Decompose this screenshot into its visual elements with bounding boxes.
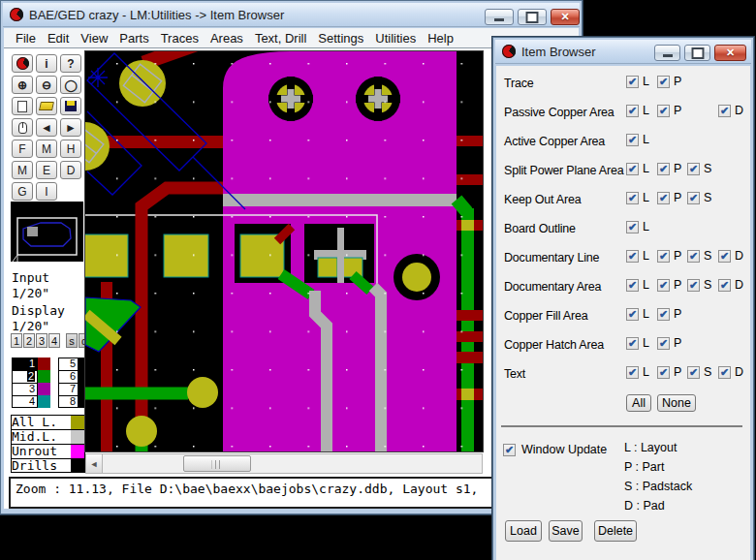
maximize-button[interactable]: [518, 9, 547, 25]
palette-entry-6[interactable]: 6: [58, 370, 87, 383]
checkbox-copper-hatch-area-l[interactable]: ✔: [626, 337, 639, 350]
scale-button-1[interactable]: 1: [11, 333, 22, 348]
checkbox-text-p[interactable]: ✔: [657, 366, 670, 379]
menu-item-view[interactable]: View: [76, 30, 112, 47]
palette-entry-2[interactable]: 2: [12, 370, 50, 383]
palette-entry-3[interactable]: 3: [12, 383, 50, 395]
minimize-button[interactable]: [485, 9, 514, 25]
scale-button-s[interactable]: s: [66, 333, 78, 348]
horizontal-scrollbar[interactable]: ◄: [85, 453, 483, 474]
checkbox-letter: L: [643, 365, 649, 379]
tool-bae-logo-button[interactable]: [12, 54, 33, 73]
menu-item-utilities[interactable]: Utilities: [370, 30, 421, 47]
menu-item-settings[interactable]: Settings: [313, 30, 368, 47]
tool-info-button[interactable]: i: [36, 54, 57, 73]
menu-item-file[interactable]: File: [11, 30, 41, 47]
delete-button[interactable]: Delete: [594, 520, 637, 542]
checkbox-active-copper-area-l[interactable]: ✔: [626, 134, 639, 146]
checkbox-documentary-area-d[interactable]: ✔: [718, 279, 731, 292]
tool-letter-h-button[interactable]: H: [60, 140, 81, 158]
checkbox-passive-copper-area-d[interactable]: ✔: [718, 105, 731, 117]
tool-help-button[interactable]: ?: [60, 54, 81, 73]
dialog-close-button[interactable]: [714, 45, 746, 61]
tool-next-button[interactable]: ►: [60, 118, 81, 137]
checkbox-documentary-line-d[interactable]: ✔: [718, 250, 731, 263]
checkbox-documentary-area-p[interactable]: ✔: [657, 279, 670, 292]
layer-row-all-l[interactable]: All L.: [11, 415, 85, 429]
layer-row-unrout[interactable]: Unrout: [11, 444, 85, 458]
scroll-left-arrow-icon[interactable]: ◄: [86, 454, 103, 473]
tool-file-open-button[interactable]: [36, 97, 57, 115]
palette-number: 2: [12, 370, 38, 383]
tool-zoom-out-button[interactable]: ⊖: [36, 76, 57, 94]
tool-mouse-button[interactable]: [12, 118, 33, 137]
checkbox-board-outline-l[interactable]: ✔: [626, 221, 639, 233]
checkbox-documentary-line-s[interactable]: ✔: [687, 250, 700, 263]
palette-entry-1[interactable]: 1: [12, 358, 50, 370]
item-label: Split Power Plane Area: [504, 164, 623, 177]
checkbox-passive-copper-area-p[interactable]: ✔: [657, 105, 670, 117]
scale-button-2[interactable]: 2: [23, 333, 35, 348]
menu-item-edit[interactable]: Edit: [43, 30, 74, 47]
checkbox-documentary-area-s[interactable]: ✔: [687, 279, 700, 292]
scale-button-3[interactable]: 3: [36, 333, 47, 348]
menu-item-text-drill[interactable]: Text, Drill: [250, 30, 311, 47]
dialog-maximize-button[interactable]: [684, 45, 710, 61]
pcb-canvas[interactable]: [85, 51, 483, 451]
checkbox-text-d[interactable]: ✔: [718, 366, 731, 379]
tool-letter-f-button[interactable]: F: [12, 140, 33, 158]
window-update-checkbox[interactable]: ✔: [503, 444, 516, 456]
load-button[interactable]: Load: [505, 520, 542, 542]
zoom-out-icon: ⊖: [42, 78, 51, 92]
palette-entry-8[interactable]: 8: [58, 395, 87, 408]
checkbox-split-power-plane-area-p[interactable]: ✔: [657, 163, 670, 175]
close-button[interactable]: [551, 9, 580, 25]
display-grid-label: Display: [12, 303, 65, 318]
menu-item-help[interactable]: Help: [423, 30, 458, 47]
tool-letter-m-button[interactable]: M: [12, 161, 33, 179]
checkbox-text-s[interactable]: ✔: [687, 366, 700, 379]
checkbox-documentary-area-l[interactable]: ✔: [626, 279, 639, 292]
tool-zoom-window-button[interactable]: ◯: [60, 76, 81, 94]
tool-zoom-in-button[interactable]: ⊕: [12, 76, 33, 94]
scale-button-4[interactable]: 4: [48, 333, 60, 348]
tool-letter-d-button[interactable]: D: [60, 161, 81, 179]
layer-row-drills[interactable]: Drills: [11, 458, 85, 473]
palette-entry-4[interactable]: 4: [12, 395, 50, 408]
palette-entry-5[interactable]: 5: [58, 358, 87, 370]
tool-letter-m-button[interactable]: M: [36, 140, 57, 158]
tool-prev-button[interactable]: ◄: [36, 118, 57, 137]
dialog-minimize-button[interactable]: [654, 45, 680, 61]
checkbox-copper-fill-area-l[interactable]: ✔: [626, 308, 639, 321]
checkbox-split-power-plane-area-l[interactable]: ✔: [626, 163, 639, 175]
checkbox-documentary-line-p[interactable]: ✔: [657, 250, 670, 263]
checkbox-keep-out-area-s[interactable]: ✔: [687, 192, 700, 204]
checkbox-copper-fill-area-p[interactable]: ✔: [657, 308, 670, 321]
checkbox-split-power-plane-area-s[interactable]: ✔: [687, 163, 700, 175]
checkbox-keep-out-area-p[interactable]: ✔: [657, 192, 670, 204]
checkbox-trace-p[interactable]: ✔: [657, 76, 670, 88]
dialog-titlebar[interactable]: Item Browser: [495, 40, 751, 64]
checkbox-text-l[interactable]: ✔: [626, 366, 639, 379]
checkbox-passive-copper-area-l[interactable]: ✔: [626, 105, 639, 117]
menu-item-parts[interactable]: Parts: [114, 30, 153, 47]
checkbox-documentary-line-l[interactable]: ✔: [626, 250, 639, 263]
tool-file-save-button[interactable]: [60, 97, 81, 115]
checkbox-keep-out-area-l[interactable]: ✔: [626, 192, 639, 204]
all-button[interactable]: All: [626, 394, 651, 412]
menu-item-traces[interactable]: Traces: [156, 30, 204, 47]
tool-letter-e-button[interactable]: E: [36, 161, 57, 179]
tool-file-new-button[interactable]: [12, 97, 33, 115]
save-button[interactable]: Save: [549, 520, 583, 542]
none-button[interactable]: None: [657, 394, 696, 412]
checkbox-copper-hatch-area-p[interactable]: ✔: [657, 337, 670, 350]
layer-row-mid-l[interactable]: Mid.L.: [11, 429, 85, 444]
tool-letter-i-button[interactable]: I: [36, 182, 57, 201]
checkbox-trace-l[interactable]: ✔: [626, 76, 639, 88]
menu-item-areas[interactable]: Areas: [205, 30, 248, 47]
preview-window[interactable]: [11, 202, 83, 262]
scrollbar-thumb[interactable]: [183, 455, 251, 472]
main-titlebar[interactable]: BAE/GED crazy - LM:Utilities -> Item Bro…: [3, 3, 580, 27]
tool-letter-g-button[interactable]: G: [12, 182, 33, 201]
palette-entry-7[interactable]: 7: [58, 383, 87, 395]
